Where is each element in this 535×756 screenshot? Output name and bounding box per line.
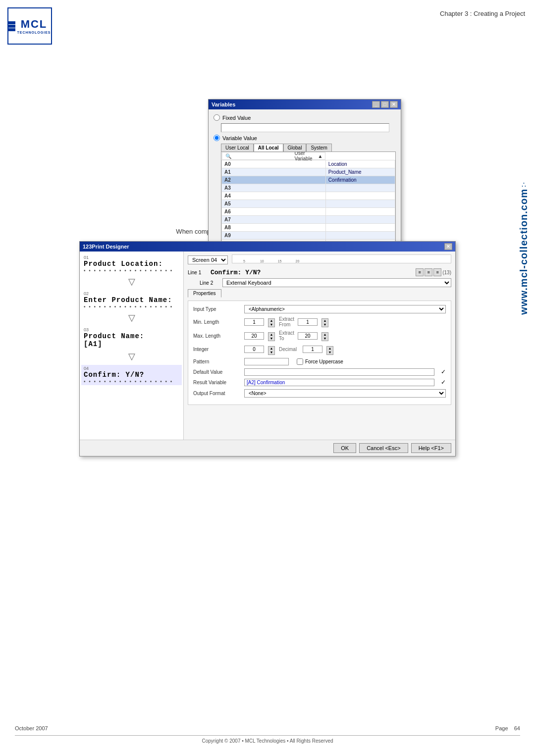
line2-dropdown[interactable]: External Keyboard [222, 278, 451, 287]
max-length-spinner[interactable]: ▲▼ [268, 330, 275, 341]
fmt-icon-3[interactable]: ≡ [433, 268, 441, 276]
fmt-icon-1[interactable]: ≡ [416, 268, 424, 276]
table-row[interactable]: A7 [222, 216, 395, 224]
line1-row: Line 1 Confirm: Y/N? ≡ ≡ ≡ (13) [188, 268, 451, 276]
table-row[interactable]: A1Product_Name [222, 168, 395, 176]
footer-page: Page 64 [495, 725, 520, 731]
screen-01-content: Product Location: [84, 260, 179, 268]
table-row[interactable]: A2Confirmation [222, 176, 395, 184]
default-value-input[interactable] [244, 368, 434, 376]
line1-label: Line 1 [188, 270, 208, 275]
designer-ok-button[interactable]: OK [333, 443, 356, 453]
sort-icon: ▲ [318, 153, 322, 159]
footer-top: October 2007 Page 64 [15, 725, 520, 731]
variable-value-radio[interactable] [214, 135, 220, 141]
integer-spinner[interactable]: ▲▼ [268, 344, 275, 355]
min-length-input[interactable] [244, 318, 264, 326]
close-button[interactable]: ✕ [390, 101, 398, 108]
designer-help-button[interactable]: Help <F1> [411, 443, 451, 453]
dec-down[interactable]: ▼ [327, 351, 333, 354]
max-up-arrow[interactable]: ▲ [268, 333, 274, 337]
table-row[interactable]: A6 [222, 208, 395, 216]
table-row[interactable]: A8 [222, 224, 395, 232]
screen-item-02[interactable]: 02 Enter Product Name: • • • • • • • • •… [81, 290, 182, 310]
screen-item-04[interactable]: 04 Confirm: Y/N? • • • • • • • • • • • •… [81, 365, 182, 385]
right-sidebar: ∴ www.mcl-collection.com [513, 99, 535, 396]
designer-close-button[interactable]: ✕ [444, 243, 452, 250]
integer-label: Integer [193, 347, 240, 352]
et-up-arrow[interactable]: ▲ [322, 333, 328, 337]
force-uppercase-checkbox[interactable] [297, 358, 303, 365]
max-down-arrow[interactable]: ▼ [268, 337, 274, 341]
tab-system[interactable]: System [306, 144, 331, 151]
maximize-button[interactable]: □ [381, 101, 389, 108]
properties-form: Input Type <Alphanumeric> Min. Length ▲▼… [188, 301, 451, 405]
input-type-dropdown[interactable]: <Alphanumeric> [244, 305, 446, 313]
pattern-input[interactable] [244, 358, 289, 365]
result-variable-label: Result Variable [193, 380, 240, 385]
variable-value-label: Variable Value [222, 135, 257, 141]
screen-01-dots: • • • • • • • • • • • • • • • • • • [84, 268, 179, 273]
ef-down-arrow[interactable]: ▼ [322, 323, 328, 327]
int-down[interactable]: ▼ [268, 351, 274, 354]
screen-item-01[interactable]: 01 Product Location: • • • • • • • • • •… [81, 254, 182, 274]
extract-from-spinner[interactable]: ▲▼ [321, 316, 328, 327]
line1-content: Confirm: Y/N? [211, 269, 261, 276]
logo-subtext: TECHNOLOGIES [17, 31, 51, 34]
minimize-button[interactable]: _ [372, 101, 380, 108]
tab-global[interactable]: Global [283, 144, 307, 151]
chapter-title: Chapter 3 : Creating a Project [440, 7, 525, 17]
screen-03-content: Product Name: [84, 332, 179, 340]
screen-01-label: 01 [84, 255, 179, 260]
properties-tab-bar: Properties [188, 289, 451, 298]
extract-from-input[interactable] [298, 318, 318, 326]
search-input[interactable] [232, 153, 295, 159]
force-uppercase-label: Force Uppercase [305, 359, 343, 364]
logo-text: MCL [21, 18, 48, 31]
screen-item-03[interactable]: 03 Product Name: [A1] [81, 326, 182, 349]
extract-to-input[interactable] [298, 332, 318, 340]
fixed-value-radio[interactable] [214, 114, 220, 121]
decimal-input[interactable] [303, 346, 322, 353]
default-checkmark: ✓ [441, 368, 446, 375]
min-up-arrow[interactable]: ▲ [268, 319, 274, 323]
properties-tab[interactable]: Properties [188, 289, 221, 298]
dec-up[interactable]: ▲ [327, 347, 333, 351]
decimal-spinner[interactable]: ▲▼ [326, 344, 333, 355]
min-length-spinner[interactable]: ▲▼ [268, 316, 275, 327]
result-variable-value: [A2] Confirmation [244, 379, 434, 386]
table-row[interactable]: A3 [222, 184, 395, 192]
tab-all-local[interactable]: All Local [254, 144, 283, 151]
screen-selector[interactable]: Screen 04 [188, 255, 228, 264]
decimal-label: Decimal [279, 347, 299, 352]
extract-to-label: Extract To [279, 330, 294, 341]
designer-cancel-button[interactable]: Cancel <Esc> [359, 443, 408, 453]
ruler-5: 5 [243, 259, 245, 263]
int-up[interactable]: ▲ [268, 347, 274, 351]
tab-user-local[interactable]: User Local [221, 144, 254, 151]
table-row[interactable]: A5 [222, 200, 395, 208]
integer-input[interactable] [244, 346, 264, 353]
max-length-input[interactable] [244, 332, 264, 340]
output-format-dropdown[interactable]: <None> [244, 389, 446, 398]
force-uppercase-row: Force Uppercase [297, 358, 343, 365]
page-footer: October 2007 Page 64 Copyright © 2007 • … [0, 725, 535, 744]
ruler-15: 15 [278, 259, 282, 263]
min-down-arrow[interactable]: ▼ [268, 323, 274, 327]
min-length-row: Min. Length ▲▼ Extract From ▲▼ [193, 316, 446, 327]
fmt-icon-2[interactable]: ≡ [425, 268, 432, 276]
screen-04-content: Confirm: Y/N? [84, 371, 179, 379]
et-down-arrow[interactable]: ▼ [322, 337, 328, 341]
page-number: 64 [514, 725, 520, 731]
ef-up-arrow[interactable]: ▲ [322, 319, 328, 323]
line2-row: Line 2 External Keyboard [188, 278, 451, 287]
table-row[interactable]: A9 [222, 232, 395, 240]
input-type-label: Input Type [193, 306, 240, 312]
table-row[interactable]: A4 [222, 192, 395, 200]
extract-to-spinner[interactable]: ▲▼ [321, 330, 328, 341]
default-value-label: Default Value [193, 369, 240, 375]
screens-panel: 01 Product Location: • • • • • • • • • •… [80, 252, 184, 440]
screen-02-arrow: ▽ [81, 312, 182, 323]
sidebar-url: www.mcl-collection.com [518, 189, 530, 315]
fixed-value-input[interactable] [221, 123, 389, 132]
